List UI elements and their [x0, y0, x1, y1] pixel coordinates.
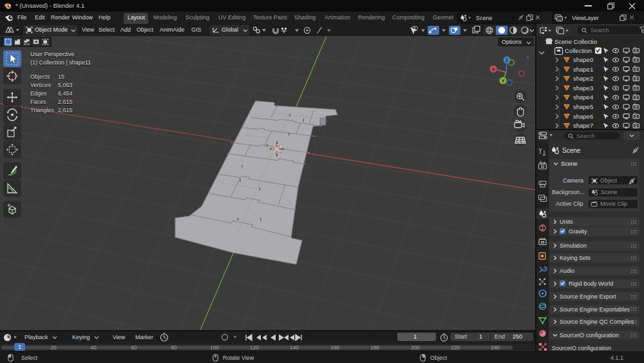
svg-text:shape5: shape5: [573, 103, 593, 110]
svg-text:shape7: shape7: [573, 122, 593, 129]
svg-text:Z: Z: [506, 58, 509, 63]
svg-text:X: X: [492, 67, 495, 72]
svg-text:shape1: shape1: [573, 66, 593, 73]
svg-text:shape3: shape3: [573, 84, 593, 92]
svg-text:Y: Y: [502, 79, 505, 83]
svg-text:shape6: shape6: [573, 113, 593, 120]
svg-text:Collection: Collection: [565, 47, 592, 54]
svg-text:shape4: shape4: [573, 93, 593, 101]
svg-text:shape0: shape0: [573, 56, 593, 63]
svg-text:shape2: shape2: [573, 75, 593, 82]
svg-text:Scene Collectio: Scene Collectio: [554, 38, 597, 45]
